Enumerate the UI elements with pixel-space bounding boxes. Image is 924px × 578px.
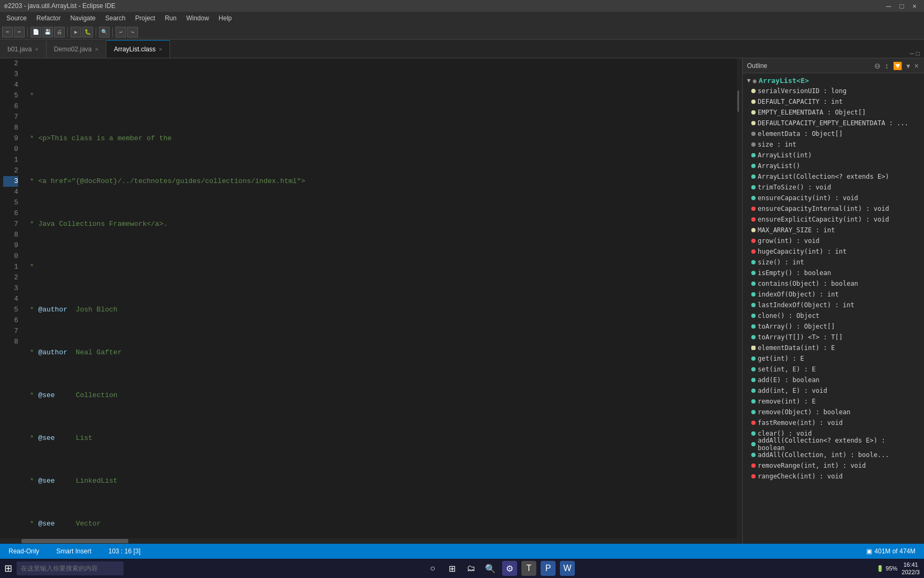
- code-text: @see: [38, 476, 55, 486]
- hscrollbar-thumb[interactable]: [21, 539, 128, 543]
- outline-item-rangeCheck[interactable]: rangeCheck(int) : void: [743, 471, 924, 482]
- code-line-3: * <p>This class is a member of the: [26, 133, 733, 144]
- maximize-btn[interactable]: □: [897, 2, 907, 10]
- outline-item-ensureExplicitCapacity[interactable]: ensureExplicitCapacity(int) : void: [743, 214, 924, 225]
- outline-item-ArrayList-collection[interactable]: ArrayList(Collection<? extends E>): [743, 171, 924, 182]
- ln-7: 7: [3, 112, 18, 123]
- outline-close-btn[interactable]: ×: [913, 62, 920, 70]
- outline-item-hugeCapacity[interactable]: hugeCapacity(int) : int: [743, 246, 924, 257]
- tab-b01-close[interactable]: ×: [35, 46, 38, 52]
- outline-menu-btn[interactable]: ▾: [905, 62, 911, 70]
- outline-item-add-int[interactable]: add(int, E) : void: [743, 385, 924, 396]
- outline-root[interactable]: ▼ ◉ ArrayList<E>: [743, 75, 924, 86]
- outline-item-MAX_ARRAY_SIZE[interactable]: MAX_ARRAY_SIZE : int: [743, 225, 924, 235]
- outline-item-contains[interactable]: contains(Object) : boolean: [743, 278, 924, 289]
- toolbar-redo[interactable]: ↪: [127, 27, 138, 37]
- taskbar-edge-icon[interactable]: 🔍: [483, 561, 498, 576]
- toolbar-search[interactable]: 🔍: [99, 27, 110, 37]
- outline-item-remove-obj[interactable]: remove(Object) : boolean: [743, 407, 924, 417]
- outline-item-addAll-collection[interactable]: addAll(Collection<? extends E>) : boolea…: [743, 439, 924, 450]
- outline-item-ensureCapacityInternal[interactable]: ensureCapacityInternal(int) : void: [743, 203, 924, 214]
- toolbar-save[interactable]: 💾: [42, 27, 53, 37]
- outline-item-DEFAULT_CAPACITY[interactable]: DEFAULT_CAPACITY : int: [743, 96, 924, 107]
- menu-project[interactable]: Project: [131, 13, 159, 23]
- outline-item-serialVersionUID[interactable]: serialVersionUID : long: [743, 86, 924, 96]
- ln-16: 6: [3, 208, 18, 219]
- taskbar-folder-icon[interactable]: 🗂: [464, 561, 479, 576]
- outline-sort-btn[interactable]: ↕: [884, 62, 890, 70]
- taskbar-search-icon[interactable]: ○: [425, 561, 440, 576]
- menu-source[interactable]: Source: [2, 13, 31, 23]
- outline-item-DEFAULTCAPACITY[interactable]: DEFAULTCAPACITY_EMPTY_ELEMENTDATA : ...: [743, 118, 924, 128]
- toolbar-btn-2[interactable]: ➡: [14, 27, 25, 37]
- outline-item-label: isEmpty() : boolean: [758, 269, 831, 277]
- menu-search[interactable]: Search: [101, 13, 130, 23]
- taskbar-w-icon[interactable]: W: [560, 561, 575, 576]
- outline-item-set[interactable]: set(int, E) : E: [743, 364, 924, 375]
- tab-b01[interactable]: b01.java ×: [0, 40, 47, 58]
- outline-item-grow[interactable]: grow(int) : void: [743, 235, 924, 246]
- tab-demo02-close[interactable]: ×: [95, 46, 98, 52]
- outline-item-label: set(int, E) : E: [758, 366, 815, 373]
- outline-item-EMPTY_ELEMENTDATA[interactable]: EMPTY_ELEMENTDATA : Object[]: [743, 107, 924, 118]
- toolbar-run[interactable]: ▶: [71, 27, 81, 37]
- ln-6: 6: [3, 101, 18, 112]
- outline-item-get[interactable]: get(int) : E: [743, 353, 924, 364]
- outline-item-fastRemove[interactable]: fastRemove(int) : void: [743, 417, 924, 428]
- toolbar-btn-1[interactable]: ⬅: [2, 27, 13, 37]
- editor-scrollbar[interactable]: [737, 58, 742, 538]
- toolbar-new[interactable]: 📄: [30, 27, 41, 37]
- close-btn[interactable]: ×: [909, 2, 920, 10]
- taskbar-start-icon[interactable]: ⊞: [4, 562, 12, 574]
- outline-item-trimToSize[interactable]: trimToSize() : void: [743, 182, 924, 193]
- menu-window[interactable]: Window: [182, 13, 213, 23]
- code-line-8: * @author Neal Gafter: [26, 347, 733, 358]
- outline-item-removeRange[interactable]: removeRange(int, int) : void: [743, 460, 924, 471]
- outline-dot-icon: [751, 431, 756, 436]
- code-editor[interactable]: * * <p>This class is a member of the * <…: [21, 58, 737, 538]
- tab-arraylist-close[interactable]: ×: [159, 46, 162, 52]
- taskbar-t-icon[interactable]: T: [521, 561, 536, 576]
- tab-arraylist[interactable]: ArrayList.class ×: [106, 40, 170, 58]
- outline-item-elementData-method[interactable]: elementData(int) : E: [743, 343, 924, 353]
- editor-hscrollbar[interactable]: [0, 538, 742, 544]
- menu-refactor[interactable]: Refactor: [32, 13, 65, 23]
- outline-item-indexOf[interactable]: indexOf(Object) : int: [743, 289, 924, 300]
- taskbar-widget-icon[interactable]: ⊞: [444, 561, 459, 576]
- taskbar-search-input[interactable]: [17, 561, 124, 575]
- menu-navigate[interactable]: Navigate: [66, 13, 99, 23]
- outline-item-isEmpty[interactable]: isEmpty() : boolean: [743, 268, 924, 278]
- outline-item-toArray-empty[interactable]: toArray() : Object[]: [743, 321, 924, 332]
- outline-item-elementData[interactable]: elementData : Object[]: [743, 128, 924, 139]
- ln-21: 1: [3, 262, 18, 272]
- outline-item-size-method[interactable]: size() : int: [743, 257, 924, 268]
- outline-item-lastIndexOf[interactable]: lastIndexOf(Object) : int: [743, 300, 924, 310]
- minimize-btn[interactable]: ─: [883, 2, 894, 10]
- taskbar-p-icon[interactable]: P: [541, 561, 556, 576]
- outline-item-toArray-generic[interactable]: toArray(T[]) <T> : T[]: [743, 332, 924, 343]
- taskbar-eclipse-icon[interactable]: ⚙: [502, 561, 517, 576]
- outline-dot-icon: [751, 324, 756, 329]
- tab-maximize-icon[interactable]: □: [916, 50, 920, 58]
- outline-filter-btn[interactable]: 🔽: [892, 62, 903, 70]
- tab-demo02[interactable]: Demo02.java ×: [47, 40, 106, 58]
- outline-item-size[interactable]: size : int: [743, 139, 924, 150]
- menu-run[interactable]: Run: [160, 13, 181, 23]
- code-text: @see: [38, 390, 55, 401]
- toolbar-print[interactable]: 🖨: [54, 27, 65, 37]
- menu-help[interactable]: Help: [214, 13, 236, 23]
- outline-item-ArrayList-int[interactable]: ArrayList(int): [743, 150, 924, 161]
- outline-item-ArrayList-empty[interactable]: ArrayList(): [743, 161, 924, 171]
- outline-item-add-E[interactable]: add(E) : boolean: [743, 375, 924, 385]
- tab-arraylist-label: ArrayList.class: [114, 45, 156, 53]
- outline-dot-icon: [751, 196, 756, 200]
- outline-item-clone[interactable]: clone() : Object: [743, 310, 924, 321]
- tab-minimize-icon[interactable]: ─: [910, 50, 914, 58]
- status-insert-label: Smart Insert: [56, 547, 91, 555]
- outline-collapse-btn[interactable]: ⊖: [873, 62, 882, 70]
- toolbar-undo[interactable]: ↩: [116, 27, 126, 37]
- outline-item-remove-int[interactable]: remove(int) : E: [743, 396, 924, 407]
- outline-root-icon: ◉: [753, 77, 757, 85]
- toolbar-debug[interactable]: 🐛: [82, 27, 93, 37]
- outline-item-ensureCapacity[interactable]: ensureCapacity(int) : void: [743, 193, 924, 203]
